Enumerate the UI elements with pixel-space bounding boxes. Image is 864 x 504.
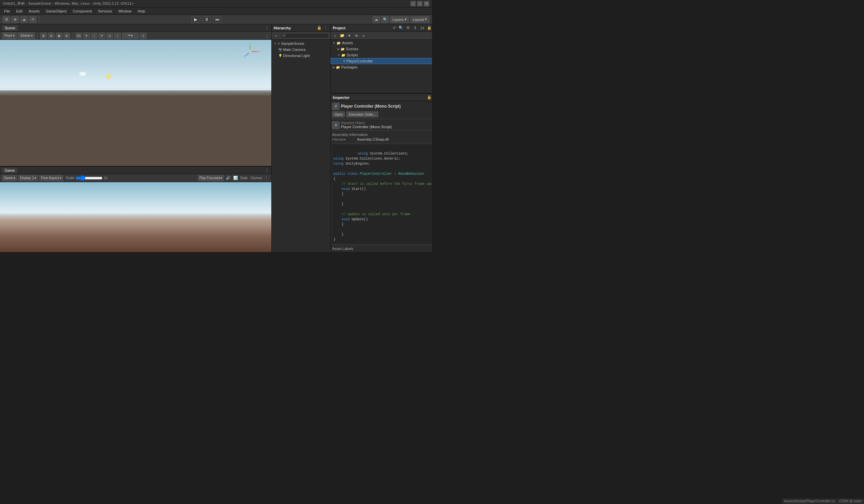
layers-dropdown[interactable]: Layers ▾ — [390, 16, 409, 23]
inspector-script-title: Player Controller (Mono Script) — [341, 104, 432, 109]
inspector-lock-btn[interactable]: 🔒 — [426, 95, 432, 100]
hierarchy-search-input[interactable] — [280, 33, 329, 38]
project-search-btn[interactable]: 🔍 — [398, 25, 404, 31]
scene-more-btn[interactable]: ⋮ — [265, 25, 269, 31]
menu-edit[interactable]: Edit — [13, 9, 25, 14]
scene-tab-bar: Scene ⋮ — [0, 24, 271, 32]
toolbar-separator-1 — [39, 16, 39, 23]
menu-component[interactable]: Component — [70, 9, 95, 14]
hierarchy-item-main-camera[interactable]: 📷 Main Camera — [272, 47, 331, 53]
stats-label[interactable]: Stats — [240, 176, 248, 180]
display-dropdown[interactable]: Display 1▾ — [18, 175, 38, 181]
hierarchy-lock-btn[interactable]: 🔒 — [316, 25, 322, 31]
play-focused-dropdown[interactable]: Play Focused▾ — [198, 175, 224, 181]
game-sky — [0, 182, 271, 217]
inspector-header: # Player Controller (Mono Script) — [332, 102, 432, 110]
search-btn[interactable]: 🔍 — [381, 16, 389, 23]
scene-light-btn[interactable]: ☀ — [83, 33, 90, 39]
pivot-dropdown[interactable]: Pivot▾ — [2, 33, 17, 39]
scale-slider[interactable] — [75, 176, 103, 180]
hierarchy-item-samplescene[interactable]: ▼ ⊡ SampleScene — [272, 40, 331, 47]
project-item-playercontroller[interactable]: # PlayerController — [331, 58, 432, 64]
scene-cloud — [79, 72, 86, 76]
filename-key: Filename — [332, 138, 356, 142]
scene-gizmo-btn[interactable]: ☼ — [114, 33, 121, 39]
game-tab[interactable]: Game — [2, 168, 17, 173]
inspector-panel: Inspector 🔒 ⋮ # Player Controller (Mono … — [331, 94, 432, 252]
gizmos-label[interactable]: Gizmos — [250, 176, 262, 180]
game-more-icon[interactable]: ⋮ — [263, 175, 269, 181]
project-add-btn[interactable]: + — [332, 33, 338, 39]
menu-file[interactable]: File — [1, 9, 13, 14]
project-item-packages[interactable]: ▶ 📁 Packages — [331, 64, 432, 70]
scene-panel: Scene ⋮ Pivot▾ Global▾ ⊞ ⊟ ◉ ⊕ 2D ☀ ♪ — [0, 24, 272, 166]
minimize-button[interactable]: ─ — [410, 1, 416, 7]
project-tab[interactable]: Project — [333, 26, 345, 30]
hierarchy-tab[interactable]: Hierarchy — [274, 26, 291, 30]
scene-extra-btn[interactable]: ≡ — [140, 33, 146, 39]
play-button[interactable]: ▶ — [191, 16, 200, 23]
scene-toolbar-more[interactable]: ⋮ — [265, 33, 269, 38]
toolbar-icon-btn-3[interactable]: ☁ — [20, 16, 28, 23]
step-button[interactable]: ⏭ — [213, 16, 222, 23]
menu-help[interactable]: Help — [135, 9, 148, 14]
game-stats-icon[interactable]: 📊 — [232, 175, 239, 181]
more-vis-btn[interactable]: ⊕ — [63, 33, 70, 39]
toolbar-icon-btn-1[interactable]: ☰ — [3, 16, 10, 23]
hierarchy-item-directional-light[interactable]: 💡 Directional Light — [272, 53, 331, 59]
project-folder-btn[interactable]: 📁 — [339, 33, 345, 39]
project-list-btn[interactable]: ≡ — [360, 33, 367, 39]
project-item-assets[interactable]: ▼ 📁 Assets — [331, 40, 432, 46]
inspector-divider-2 — [332, 130, 432, 131]
open-button[interactable]: Open — [332, 111, 345, 118]
menu-services[interactable]: Services — [95, 9, 115, 14]
project-tab-icons: ↺ 🔍 ⚙ ℹ 14 🔒 ⋮ — [391, 25, 432, 31]
scene-gizmo[interactable]: X Y Z — [241, 42, 261, 63]
script-icon: # — [343, 59, 345, 63]
main-toolbar: ☰ ⊕ ☁ ↺ ▶ ⏸ ⏭ ☁ 🔍 Layers ▾ Layout ▾ — [0, 15, 432, 24]
global-dropdown[interactable]: Global▾ — [18, 33, 35, 39]
menu-assets[interactable]: Assets — [26, 9, 43, 14]
game-mode-dropdown[interactable]: Game▾ — [2, 175, 17, 181]
project-info-btn[interactable]: ℹ — [412, 25, 418, 31]
project-item-scripts[interactable]: ▼ 📁 Scripts — [331, 52, 432, 58]
project-item-scenes[interactable]: ▶ 📁 Scenes — [331, 46, 432, 52]
vis-btn[interactable]: ◉ — [56, 33, 62, 39]
execution-order-button[interactable]: Execution Order... — [346, 111, 378, 118]
scene-2d-btn[interactable]: 2D — [75, 33, 82, 39]
toolbar-icon-btn-2[interactable]: ⊕ — [11, 16, 19, 23]
game-tab-bar: Game ⋮ — [0, 167, 271, 174]
menu-window[interactable]: Window — [116, 9, 134, 14]
scene-fx-btn[interactable]: ✦ — [98, 33, 105, 39]
scene-audio-btn[interactable]: ♪ — [91, 33, 97, 39]
game-more-btn[interactable]: ⋮ — [265, 168, 269, 173]
camera-icon: 📷 — [278, 48, 282, 51]
scene-tab[interactable]: Scene — [2, 25, 18, 31]
project-refresh-btn[interactable]: ↺ — [391, 25, 397, 31]
scene-cam-btn[interactable]: 📷▾ — [122, 33, 139, 39]
scene-viewport[interactable]: ✋ ✙ ↺ ⤢ ▣ ⚙ — [0, 40, 271, 166]
hierarchy-more-btn[interactable]: ⋮ — [322, 25, 328, 31]
layout-dropdown[interactable]: Layout ▾ — [410, 16, 429, 23]
scene-persp-label: < Persp — [249, 63, 261, 66]
close-button[interactable]: ✕ — [424, 1, 429, 7]
pause-button[interactable]: ⏸ — [202, 16, 211, 23]
inspector-tab-bar: Inspector 🔒 ⋮ — [331, 94, 432, 101]
inspector-tab[interactable]: Inspector — [333, 96, 350, 99]
cloud-btn[interactable]: ☁ — [373, 16, 380, 23]
maximize-button[interactable]: □ — [417, 1, 422, 7]
snap-btn[interactable]: ⊟ — [48, 33, 55, 39]
project-star-btn[interactable]: ★ — [346, 33, 352, 39]
toolbar-icon-btn-4[interactable]: ↺ — [29, 16, 36, 23]
game-mute-btn[interactable]: 🔊 — [225, 175, 231, 181]
project-eye-btn[interactable]: 👁 — [353, 33, 359, 39]
project-settings-btn[interactable]: ⚙ — [405, 25, 411, 31]
aspect-dropdown[interactable]: Free Aspect▾ — [39, 175, 63, 181]
menu-gameobject[interactable]: GameObject — [43, 9, 70, 14]
project-lock-btn[interactable]: 🔒 — [426, 25, 432, 31]
game-viewport[interactable] — [0, 182, 271, 252]
grid-btn[interactable]: ⊞ — [40, 33, 47, 39]
assembly-section-label: Assembly Information — [332, 132, 432, 137]
hierarchy-add-btn[interactable]: + — [273, 33, 279, 39]
scene-scene-btn[interactable]: ⊙ — [106, 33, 113, 39]
